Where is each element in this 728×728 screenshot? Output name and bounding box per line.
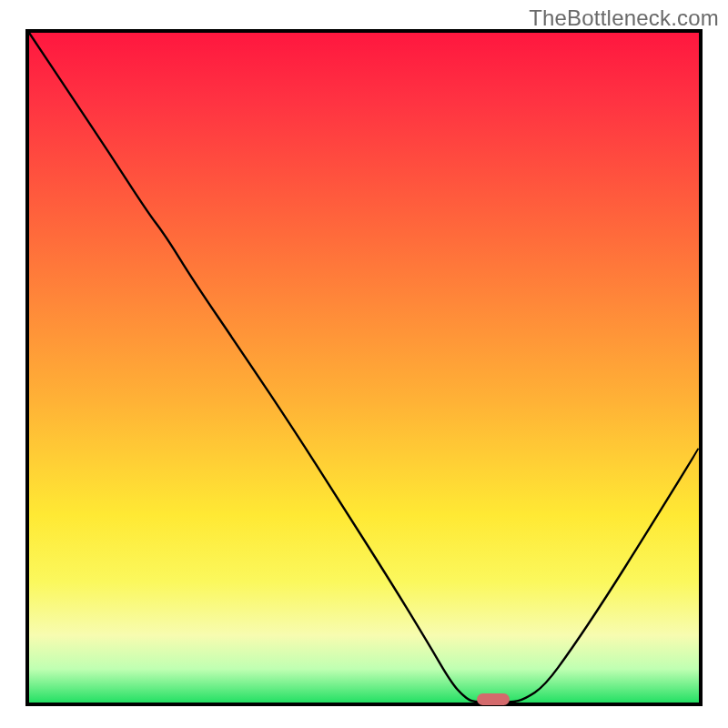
chart-container: TheBottleneck.com: [0, 0, 728, 728]
plot-area: [25, 29, 703, 706]
watermark-text: TheBottleneck.com: [529, 5, 719, 31]
bottleneck-curve: [29, 33, 699, 703]
optimum-marker: [477, 693, 510, 705]
